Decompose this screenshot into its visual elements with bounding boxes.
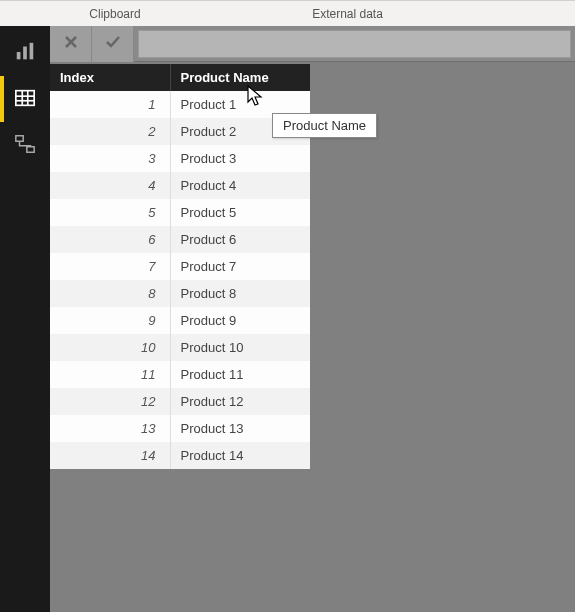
table-row[interactable]: 4Product 4 bbox=[50, 172, 310, 199]
table-icon bbox=[14, 87, 36, 112]
table-row[interactable]: 14Product 14 bbox=[50, 442, 310, 469]
cell-index[interactable]: 11 bbox=[50, 361, 170, 388]
cell-product-name[interactable]: Product 6 bbox=[170, 226, 310, 253]
cell-product-name[interactable]: Product 1 bbox=[170, 91, 310, 118]
table-row[interactable]: 13Product 13 bbox=[50, 415, 310, 442]
svg-rect-3 bbox=[16, 90, 34, 105]
table-row[interactable]: 3Product 3 bbox=[50, 145, 310, 172]
table-row[interactable]: 10Product 10 bbox=[50, 334, 310, 361]
cell-product-name[interactable]: Product 13 bbox=[170, 415, 310, 442]
ribbon-section-labels: Clipboard External data bbox=[0, 0, 575, 26]
cell-index[interactable]: 1 bbox=[50, 91, 170, 118]
table-row[interactable]: 9Product 9 bbox=[50, 307, 310, 334]
cell-product-name[interactable]: Product 10 bbox=[170, 334, 310, 361]
cell-index[interactable]: 4 bbox=[50, 172, 170, 199]
ribbon-group-clipboard: Clipboard bbox=[0, 7, 180, 21]
svg-rect-9 bbox=[27, 146, 34, 152]
nav-model-view[interactable] bbox=[0, 122, 50, 168]
column-header-product-name[interactable]: Product Name bbox=[170, 64, 310, 91]
nav-report-view[interactable] bbox=[0, 30, 50, 76]
cell-product-name[interactable]: Product 9 bbox=[170, 307, 310, 334]
table-row[interactable]: 11Product 11 bbox=[50, 361, 310, 388]
table-row[interactable]: 12Product 12 bbox=[50, 388, 310, 415]
nav-data-view[interactable] bbox=[0, 76, 50, 122]
formula-input[interactable] bbox=[138, 30, 571, 58]
table-row[interactable]: 7Product 7 bbox=[50, 253, 310, 280]
table-row[interactable]: 8Product 8 bbox=[50, 280, 310, 307]
data-grid-container: Index Product Name 1Product 12Product 23… bbox=[50, 62, 575, 612]
table-row[interactable]: 5Product 5 bbox=[50, 199, 310, 226]
cell-index[interactable]: 10 bbox=[50, 334, 170, 361]
table-row[interactable]: 2Product 2 bbox=[50, 118, 310, 145]
cell-index[interactable]: 12 bbox=[50, 388, 170, 415]
check-icon bbox=[104, 33, 122, 54]
cell-index[interactable]: 13 bbox=[50, 415, 170, 442]
cell-index[interactable]: 8 bbox=[50, 280, 170, 307]
work-area: Index Product Name 1Product 12Product 23… bbox=[50, 26, 575, 612]
cell-product-name[interactable]: Product 7 bbox=[170, 253, 310, 280]
formula-cancel-button[interactable] bbox=[50, 26, 92, 62]
cell-product-name[interactable]: Product 2 bbox=[170, 118, 310, 145]
svg-rect-2 bbox=[30, 42, 34, 59]
cell-product-name[interactable]: Product 11 bbox=[170, 361, 310, 388]
cell-index[interactable]: 2 bbox=[50, 118, 170, 145]
table-row[interactable]: 1Product 1 bbox=[50, 91, 310, 118]
cell-index[interactable]: 14 bbox=[50, 442, 170, 469]
cell-product-name[interactable]: Product 3 bbox=[170, 145, 310, 172]
cell-product-name[interactable]: Product 8 bbox=[170, 280, 310, 307]
svg-rect-0 bbox=[17, 52, 21, 59]
cell-index[interactable]: 6 bbox=[50, 226, 170, 253]
svg-rect-8 bbox=[16, 135, 23, 141]
svg-rect-1 bbox=[23, 46, 27, 59]
cell-product-name[interactable]: Product 12 bbox=[170, 388, 310, 415]
cell-product-name[interactable]: Product 14 bbox=[170, 442, 310, 469]
chart-icon bbox=[14, 41, 36, 66]
close-icon bbox=[63, 34, 79, 53]
formula-commit-button[interactable] bbox=[92, 26, 134, 62]
relationship-icon bbox=[14, 133, 36, 158]
cell-index[interactable]: 7 bbox=[50, 253, 170, 280]
cell-index[interactable]: 5 bbox=[50, 199, 170, 226]
formula-bar bbox=[50, 26, 575, 62]
view-switcher bbox=[0, 26, 50, 612]
table-row[interactable]: 6Product 6 bbox=[50, 226, 310, 253]
cell-product-name[interactable]: Product 5 bbox=[170, 199, 310, 226]
column-header-index[interactable]: Index bbox=[50, 64, 170, 91]
cell-index[interactable]: 9 bbox=[50, 307, 170, 334]
cell-index[interactable]: 3 bbox=[50, 145, 170, 172]
data-grid: Index Product Name 1Product 12Product 23… bbox=[50, 64, 310, 469]
ribbon-group-external-data: External data bbox=[180, 7, 575, 21]
cell-product-name[interactable]: Product 4 bbox=[170, 172, 310, 199]
